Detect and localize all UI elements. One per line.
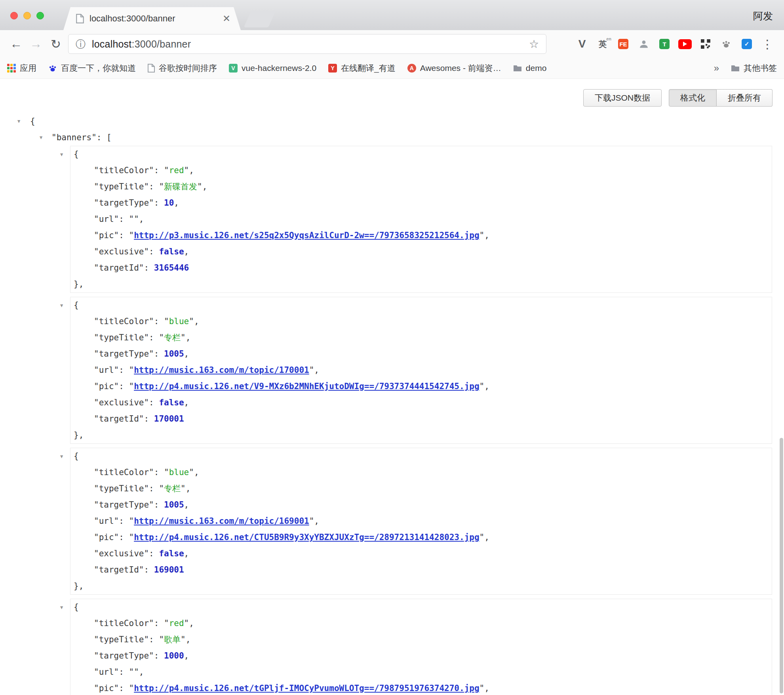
download-json-button[interactable]: 下载JSON数据 bbox=[583, 89, 662, 107]
bookmark-vue-hackernews[interactable]: V vue-hackernews-2.0 bbox=[229, 63, 316, 73]
json-colon: : bbox=[144, 414, 154, 424]
json-property-line: "url": "", bbox=[70, 211, 772, 227]
collapse-triangle-icon[interactable]: ▼ bbox=[17, 113, 20, 130]
json-boolean-value: false bbox=[159, 398, 184, 407]
json-key: "typeTitle" bbox=[94, 635, 149, 644]
other-bookmarks-label: 其他书签 bbox=[744, 63, 777, 74]
json-quote: " bbox=[159, 182, 164, 191]
json-colon: : bbox=[154, 198, 164, 208]
json-string-value: blue bbox=[169, 317, 189, 326]
json-colon: : bbox=[154, 468, 164, 477]
paw-extension-icon[interactable] bbox=[717, 35, 735, 53]
vertical-scrollbar[interactable] bbox=[780, 438, 783, 693]
json-comma: , bbox=[314, 516, 319, 526]
json-property-line: "targetType": 1005, bbox=[70, 346, 772, 362]
forward-button[interactable]: → bbox=[26, 34, 46, 54]
account-extension-icon[interactable] bbox=[635, 35, 653, 53]
url-text: localhost:3000/banner bbox=[92, 38, 191, 50]
json-property-line: "targetId": 169001 bbox=[70, 562, 772, 578]
json-number-value: 1005 bbox=[164, 500, 184, 510]
bookmark-label: 在线翻译_有道 bbox=[341, 63, 396, 74]
json-empty-string-value: "" bbox=[129, 214, 139, 224]
new-tab-button[interactable] bbox=[244, 11, 276, 27]
json-colon: : bbox=[149, 182, 159, 191]
json-quote: " bbox=[480, 533, 485, 542]
browser-tab[interactable]: localhost:3000/banner ✕ bbox=[63, 7, 241, 30]
vimium-extension-icon[interactable]: V bbox=[573, 35, 591, 53]
tab-close-icon[interactable]: ✕ bbox=[223, 14, 230, 23]
json-link-value[interactable]: http://music.163.com/m/topic/169001 bbox=[134, 516, 309, 526]
bookmark-google-sort[interactable]: 谷歌按时间排序 bbox=[148, 63, 217, 74]
translate-extension-icon[interactable]: 英en bbox=[594, 35, 611, 53]
json-link-value[interactable]: http://p4.music.126.net/tGPljf-IMOCyPvum… bbox=[134, 684, 479, 693]
fe-extension-icon[interactable]: FE bbox=[615, 35, 632, 53]
json-comma: , bbox=[186, 484, 191, 493]
bookmark-youdao[interactable]: Y 在线翻译_有道 bbox=[328, 63, 396, 74]
json-quote: " bbox=[129, 382, 134, 391]
collapse-all-button[interactable]: 折叠所有 bbox=[717, 89, 773, 107]
close-window-button[interactable] bbox=[10, 12, 18, 19]
json-empty-string-value: "" bbox=[129, 667, 139, 677]
collapse-triangle-icon[interactable]: ▼ bbox=[60, 298, 63, 314]
json-banners-line: ▼"banners": [ bbox=[0, 130, 772, 146]
json-string-value: red bbox=[169, 619, 184, 628]
json-number-value: 1005 bbox=[164, 349, 184, 359]
minimize-window-button[interactable] bbox=[23, 12, 31, 19]
json-key: "pic" bbox=[94, 382, 119, 391]
other-bookmarks-folder[interactable]: 其他书签 bbox=[731, 63, 777, 74]
collapse-triangle-icon[interactable]: ▼ bbox=[40, 130, 42, 146]
page-info-icon[interactable]: ⓘ bbox=[76, 38, 86, 51]
json-object-open-line: { bbox=[70, 599, 772, 615]
collapse-triangle-icon[interactable]: ▼ bbox=[60, 147, 63, 163]
json-link-value[interactable]: http://p3.music.126.net/s25q2x5QyqsAzilC… bbox=[134, 231, 479, 240]
json-quote: " bbox=[309, 516, 314, 526]
bookmark-baidu[interactable]: 百度一下，你就知道 bbox=[48, 63, 136, 74]
json-property-line: "targetType": 10, bbox=[70, 195, 772, 211]
bookmark-awesomes[interactable]: A Awesomes - 前端资… bbox=[407, 63, 501, 74]
json-quote: " bbox=[129, 533, 134, 542]
shield-t-extension-icon[interactable]: T bbox=[656, 35, 673, 53]
json-colon: : bbox=[119, 214, 129, 224]
json-comma: , bbox=[184, 349, 189, 359]
format-button[interactable]: 格式化 bbox=[669, 89, 717, 107]
json-quote: " bbox=[480, 684, 485, 693]
json-key: "typeTitle" bbox=[94, 182, 149, 191]
json-link-value[interactable]: http://p4.music.126.net/CTU5B9R9y3XyYBZX… bbox=[134, 533, 479, 542]
bookmark-apps[interactable]: 应用 bbox=[7, 63, 36, 74]
bookmarks-overflow-chevron[interactable]: » bbox=[714, 63, 719, 74]
json-colon: : bbox=[154, 500, 164, 510]
json-comma: , bbox=[184, 247, 189, 256]
json-quote: " bbox=[129, 684, 134, 693]
shield-check-extension-icon[interactable]: ✓ bbox=[738, 35, 755, 53]
collapse-triangle-icon[interactable]: ▼ bbox=[60, 449, 63, 465]
url-path: :3000/banner bbox=[131, 38, 191, 50]
json-object-open-line: { bbox=[70, 448, 772, 464]
json-comma: , bbox=[186, 333, 191, 342]
json-root-line: ▼{ bbox=[0, 113, 772, 130]
json-quote: " bbox=[480, 231, 485, 240]
bookmark-star-icon[interactable]: ☆ bbox=[529, 38, 539, 51]
json-colon: : bbox=[119, 667, 129, 677]
browser-menu-icon[interactable]: ⋮ bbox=[759, 35, 776, 53]
json-property-line: "exclusive": false, bbox=[70, 546, 772, 562]
youtube-extension-icon[interactable] bbox=[676, 35, 694, 53]
json-link-value[interactable]: http://p4.music.126.net/V9-MXz6b2MNhEKju… bbox=[134, 382, 479, 391]
zoom-window-button[interactable] bbox=[36, 12, 44, 19]
json-comma: , bbox=[314, 365, 319, 375]
qr-code-extension-icon[interactable] bbox=[697, 35, 714, 53]
json-link-value[interactable]: http://music.163.com/m/topic/170001 bbox=[134, 365, 309, 375]
collapse-triangle-icon[interactable]: ▼ bbox=[60, 600, 63, 616]
json-key: "exclusive" bbox=[94, 398, 149, 407]
json-quote: " bbox=[181, 635, 186, 644]
back-button[interactable]: ← bbox=[6, 34, 26, 54]
reload-button[interactable]: ↻ bbox=[46, 34, 66, 54]
json-property-line: "pic": "http://p3.music.126.net/s25q2x5Q… bbox=[70, 227, 772, 244]
json-quote: " bbox=[159, 484, 164, 493]
json-key: "targetType" bbox=[94, 651, 154, 661]
bookmark-demo-folder[interactable]: demo bbox=[513, 63, 547, 73]
json-property-line: "targetType": 1005, bbox=[70, 497, 772, 513]
address-bar[interactable]: ⓘ localhost:3000/banner ☆ bbox=[68, 34, 546, 54]
bookmarks-bar: 应用 百度一下，你就知道 谷歌按时间排序 V vue-hackernews-2.… bbox=[0, 58, 784, 79]
json-boolean-value: false bbox=[159, 549, 184, 558]
json-property-line: "pic": "http://p4.music.126.net/CTU5B9R9… bbox=[70, 529, 772, 546]
